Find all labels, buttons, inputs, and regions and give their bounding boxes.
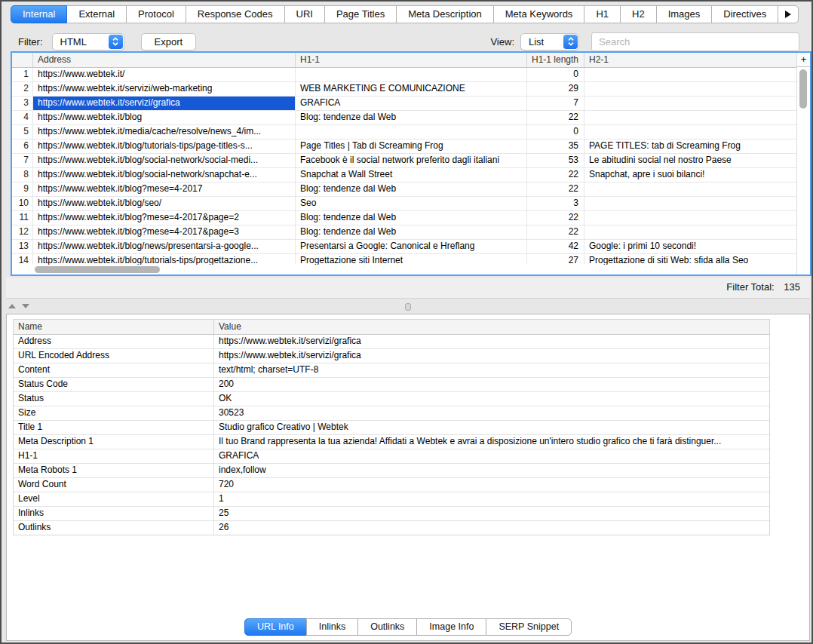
bottom-tab-url-info[interactable]: URL Info bbox=[244, 618, 307, 636]
cell-h2[interactable] bbox=[584, 68, 796, 81]
cell-h2[interactable]: Progettazione di siti Web: sfida alla Se… bbox=[584, 254, 796, 265]
table-row[interactable]: 10 https://www.webtek.it/blog/seo/ Seo 3 bbox=[12, 197, 796, 211]
detail-row[interactable]: Status OK bbox=[14, 392, 769, 406]
cell-address[interactable]: https://www.webtek.it/blog/news/presenta… bbox=[33, 240, 296, 253]
cell-h1-length[interactable]: 22 bbox=[527, 168, 584, 182]
table-row[interactable]: 7 https://www.webtek.it/blog/social-netw… bbox=[12, 154, 796, 168]
table-row[interactable]: 3 https://www.webtek.it/servizi/grafica … bbox=[12, 97, 796, 111]
cell-h1[interactable]: Facebook è il social network preferito d… bbox=[296, 154, 527, 167]
cell-h1-length[interactable]: 3 bbox=[527, 197, 584, 210]
cell-h1[interactable]: GRAFICA bbox=[296, 97, 527, 110]
vertical-scrollbar[interactable]: + bbox=[796, 53, 810, 274]
cell-h1[interactable] bbox=[296, 68, 527, 81]
cell-h2[interactable] bbox=[584, 182, 796, 196]
cell-address[interactable]: https://www.webtek.it/blog?mese=4-2017&p… bbox=[33, 225, 296, 239]
detail-row[interactable]: Outlinks 26 bbox=[14, 521, 769, 535]
table-row[interactable]: 8 https://www.webtek.it/blog/social-netw… bbox=[12, 168, 796, 182]
cell-h1[interactable]: Snapchat a Wall Street bbox=[296, 168, 527, 182]
cell-h2[interactable] bbox=[584, 225, 796, 239]
filter-dropdown[interactable]: HTML bbox=[52, 33, 124, 51]
cell-h1-length[interactable]: 29 bbox=[527, 82, 584, 96]
detail-row[interactable]: Inlinks 25 bbox=[14, 507, 769, 521]
cell-h1[interactable]: Blog: tendenze dal Web bbox=[296, 211, 527, 225]
detail-row[interactable]: H1-1 GRAFICA bbox=[14, 449, 769, 464]
table-row[interactable]: 14 https://www.webtek.it/blog/tutorials-… bbox=[12, 254, 796, 265]
detail-row[interactable]: Meta Robots 1 index,follow bbox=[14, 464, 769, 478]
bottom-tab-image-info[interactable]: Image Info bbox=[416, 618, 486, 636]
table-row[interactable]: 13 https://www.webtek.it/blog/news/prese… bbox=[12, 240, 796, 254]
detail-row[interactable]: URL Encoded Address https://www.webtek.i… bbox=[14, 349, 769, 363]
tab-meta-description[interactable]: Meta Description bbox=[396, 5, 494, 23]
cell-h1[interactable]: Presentarsi a Google: Canonical e Hrefla… bbox=[296, 240, 527, 253]
column-header-address[interactable]: Address bbox=[33, 53, 296, 67]
cell-h1-length[interactable]: 53 bbox=[527, 154, 584, 167]
cell-h1[interactable] bbox=[296, 125, 527, 139]
table-row[interactable]: 12 https://www.webtek.it/blog?mese=4-201… bbox=[12, 225, 796, 240]
cell-h1-length[interactable]: 22 bbox=[527, 211, 584, 225]
tab-page-titles[interactable]: Page Titles bbox=[324, 5, 397, 23]
collapse-up-icon[interactable] bbox=[8, 304, 16, 308]
table-row[interactable]: 9 https://www.webtek.it/blog?mese=4-2017… bbox=[12, 182, 796, 197]
cell-address[interactable]: https://www.webtek.it/servizi/grafica bbox=[33, 97, 296, 110]
detail-row[interactable]: Address https://www.webtek.it/servizi/gr… bbox=[14, 335, 769, 349]
cell-h1-length[interactable]: 22 bbox=[527, 111, 584, 124]
tab-meta-keywords[interactable]: Meta Keywords bbox=[493, 5, 585, 23]
tab-overflow-button[interactable] bbox=[778, 5, 799, 23]
tab-external[interactable]: External bbox=[66, 5, 127, 23]
tab-h2[interactable]: H2 bbox=[620, 5, 657, 23]
cell-h1-length[interactable]: 22 bbox=[527, 225, 584, 239]
cell-h2[interactable]: Snapchat, apre i suoi bilanci! bbox=[584, 168, 796, 182]
column-header-h1-length[interactable]: H1-1 length bbox=[527, 53, 584, 67]
table-row[interactable]: 6 https://www.webtek.it/blog/tutorials-t… bbox=[12, 140, 796, 154]
cell-address[interactable]: https://www.webtek.it/blog/tutorials-tip… bbox=[33, 140, 296, 153]
cell-h1-length[interactable]: 7 bbox=[527, 97, 584, 110]
cell-h2[interactable] bbox=[584, 197, 796, 210]
column-header-h1[interactable]: H1-1 bbox=[296, 53, 527, 67]
cell-address[interactable]: https://www.webtek.it/blog/seo/ bbox=[33, 197, 296, 210]
cell-address[interactable]: https://www.webtek.it/media/cache/resolv… bbox=[33, 125, 296, 139]
cell-h1-length[interactable]: 42 bbox=[527, 240, 584, 253]
cell-h1-length[interactable]: 0 bbox=[527, 125, 584, 139]
cell-h2[interactable] bbox=[584, 111, 796, 124]
cell-h1-length[interactable]: 27 bbox=[527, 254, 584, 265]
cell-h1[interactable]: Seo bbox=[296, 197, 527, 210]
view-dropdown[interactable]: List bbox=[520, 33, 579, 51]
tab-directives[interactable]: Directives bbox=[711, 5, 778, 23]
cell-h1[interactable]: WEB MARKETING E COMUNICAZIONE bbox=[296, 82, 527, 96]
column-header-h2[interactable]: H2-1 bbox=[584, 53, 796, 67]
horizontal-scrollbar[interactable] bbox=[12, 265, 796, 274]
cell-h1[interactable]: Blog: tendenze dal Web bbox=[296, 182, 527, 196]
cell-h1[interactable]: Blog: tendenze dal Web bbox=[296, 111, 527, 124]
cell-h1-length[interactable]: 35 bbox=[527, 140, 584, 153]
detail-row[interactable]: Title 1 Studio grafico Creativo | Webtek bbox=[14, 421, 769, 435]
cell-h1-length[interactable]: 22 bbox=[527, 182, 584, 196]
cell-h1[interactable]: Progettazione siti Internet bbox=[296, 254, 527, 265]
cell-address[interactable]: https://www.webtek.it/blog/social-networ… bbox=[33, 154, 296, 167]
table-row[interactable]: 11 https://www.webtek.it/blog?mese=4-201… bbox=[12, 211, 796, 225]
column-header-value[interactable]: Value bbox=[214, 320, 769, 334]
panel-splitter[interactable] bbox=[2, 300, 811, 312]
add-column-button[interactable]: + bbox=[797, 53, 810, 67]
export-button[interactable]: Export bbox=[141, 33, 197, 51]
tab-response-codes[interactable]: Response Codes bbox=[186, 5, 285, 23]
table-row[interactable]: 1 https://www.webtek.it/ 0 bbox=[12, 68, 796, 82]
bottom-tab-serp-snippet[interactable]: SERP Snippet bbox=[486, 618, 572, 636]
column-header-name[interactable]: Name bbox=[14, 320, 214, 334]
detail-row[interactable]: Status Code 200 bbox=[14, 378, 769, 392]
cell-h2[interactable]: PAGE TITLES: tab di Screaming Frog bbox=[584, 140, 796, 153]
tab-internal[interactable]: Internal bbox=[11, 5, 67, 23]
detail-row[interactable]: Level 1 bbox=[14, 492, 769, 507]
detail-row[interactable]: Word Count 720 bbox=[14, 478, 769, 492]
tab-uri[interactable]: URI bbox=[284, 5, 325, 23]
detail-row[interactable]: Meta Description 1 Il tuo Brand rapprese… bbox=[14, 435, 769, 449]
horizontal-scrollbar-thumb[interactable] bbox=[35, 266, 160, 273]
vertical-scrollbar-track[interactable] bbox=[797, 67, 810, 274]
splitter-grip[interactable] bbox=[405, 303, 411, 311]
cell-h1[interactable]: Page Titles | Tab di Screaming Frog bbox=[296, 140, 527, 153]
cell-address[interactable]: https://www.webtek.it/blog/tutorials-tip… bbox=[33, 254, 296, 265]
detail-row[interactable]: Size 30523 bbox=[14, 406, 769, 421]
bottom-tab-inlinks[interactable]: Inlinks bbox=[306, 618, 358, 636]
cell-h2[interactable] bbox=[584, 97, 796, 110]
cell-address[interactable]: https://www.webtek.it/servizi/web-market… bbox=[33, 82, 296, 96]
cell-h2[interactable]: Le abitudini social nel nostro Paese bbox=[584, 154, 796, 167]
